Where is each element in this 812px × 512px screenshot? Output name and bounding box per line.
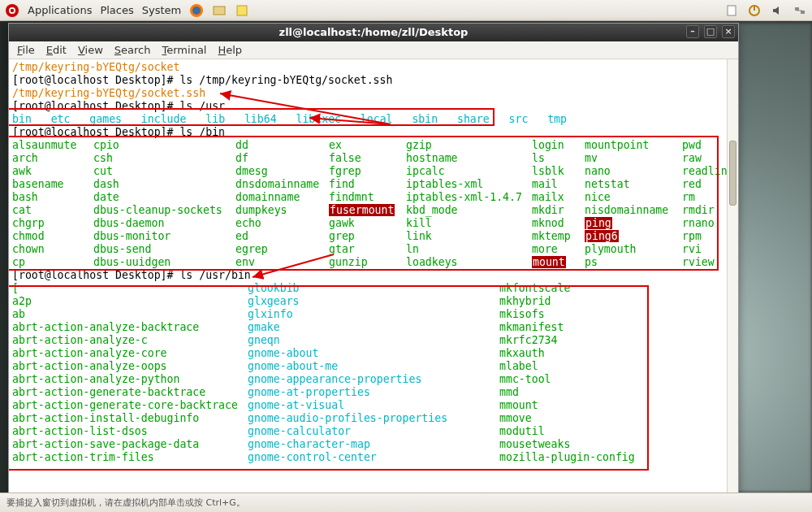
usrbin-row: abglxinfomkisofs [12,308,735,321]
firefox-icon[interactable] [189,3,204,18]
terminal-scrollbar[interactable] [727,59,738,512]
terminal-window: zll@localhost:/home/zll/Desktop – □ × Fi… [8,23,739,512]
menu-view[interactable]: View [78,44,103,56]
cpu-meter-icon[interactable] [747,3,762,18]
usrbin-row: abrt-action-analyze-backtracegmakemkmani… [12,321,735,334]
volume-icon[interactable] [770,3,784,18]
close-button[interactable]: × [722,25,735,38]
clipboard-icon[interactable] [724,3,739,18]
menu-file[interactable]: File [17,44,35,56]
bin-row: chmoddbus-monitoredgreplinkmktempping6rp… [12,230,735,243]
distro-logo-icon [5,3,19,18]
maximize-button[interactable]: □ [704,25,717,38]
svg-rect-11 [801,11,805,14]
scrollbar-thumb[interactable] [729,141,736,206]
host-status-bar: 要捕捉入窗切到虚拟机，请在虚拟机内部单击或按 Ctrl+G。 [0,492,812,512]
bin-row: chgrpdbus-daemonechogawkkillmknodpingrna… [12,217,735,230]
bin-row: catdbus-cleanup-socketsdumpkeysfusermoun… [12,204,735,217]
usrbin-row: a2pglxgearsmkhybrid [12,295,735,308]
svg-rect-5 [214,7,225,15]
menu-search[interactable]: Search [114,44,151,56]
window-titlebar[interactable]: zll@localhost:/home/zll/Desktop – □ × [9,24,738,41]
usrbin-row: abrt-action-generate-core-backtracegnome… [12,399,735,412]
usrbin-row: abrt-action-list-dsosgnome-calculatormod… [12,425,735,438]
usrbin-row: abrt-action-generate-backtracegnome-at-p… [12,386,735,399]
window-title: zll@localhost:/home/zll/Desktop [279,26,469,38]
bin-row: archcshdffalsehostnamelsmvraw [12,152,735,165]
svg-rect-6 [237,6,247,15]
usrbin-row: abrt-action-install-debuginfognome-audio… [12,412,735,425]
bin-row: awkcutdmesgfgrepipcalclsblknanoreadlink [12,165,735,178]
bin-row: cpdbus-uuidgenenvgunziploadkeysmountpsrv… [12,256,735,269]
usrbin-row: abrt-action-analyze-coregnome-aboutmkxau… [12,347,735,360]
bin-row: chowndbus-sendegrepgtarlnmoreplymouthrvi [12,243,735,256]
menu-help[interactable]: Help [218,44,242,56]
terminal-body[interactable]: /tmp/keyring-bYEQtg/socket[root@localhos… [9,59,738,512]
usrbin-row: abrt-action-trim-filesgnome-control-cent… [12,451,735,464]
svg-point-4 [192,7,201,15]
usrbin-row: [glookbibmkfontscale [12,282,735,295]
network-icon[interactable] [793,3,807,18]
bin-row: bashdatedomainnamefindmntiptables-xml-1.… [12,191,735,204]
bin-row: basenamedashdnsdomainnamefindiptables-xm… [12,178,735,191]
minimize-button[interactable]: – [686,25,699,38]
notes-icon[interactable] [235,3,249,18]
menubar: File Edit View Search Terminal Help [9,41,738,59]
bin-row: alsaunmutecpioddexgziploginmountpointpwd [12,139,735,152]
svg-point-2 [11,8,14,11]
svg-rect-7 [728,6,736,15]
system-menu[interactable]: System [142,4,181,16]
svg-rect-10 [795,7,799,11]
usrbin-row: abrt-action-analyze-oopsgnome-about-meml… [12,360,735,373]
usrbin-row: abrt-action-analyze-cgneqnmkrfc2734 [12,334,735,347]
top-panel: Applications Places System [0,0,812,21]
usrbin-row: abrt-action-analyze-pythongnome-appearan… [12,373,735,386]
menu-terminal[interactable]: Terminal [162,44,207,56]
usrbin-row: abrt-action-save-package-datagnome-chara… [12,438,735,451]
host-status-text: 要捕捉入窗切到虚拟机，请在虚拟机内部单击或按 Ctrl+G。 [6,497,245,509]
menu-edit[interactable]: Edit [46,44,67,56]
places-menu[interactable]: Places [100,4,133,16]
file-manager-icon[interactable] [212,3,227,18]
applications-menu[interactable]: Applications [28,4,92,16]
